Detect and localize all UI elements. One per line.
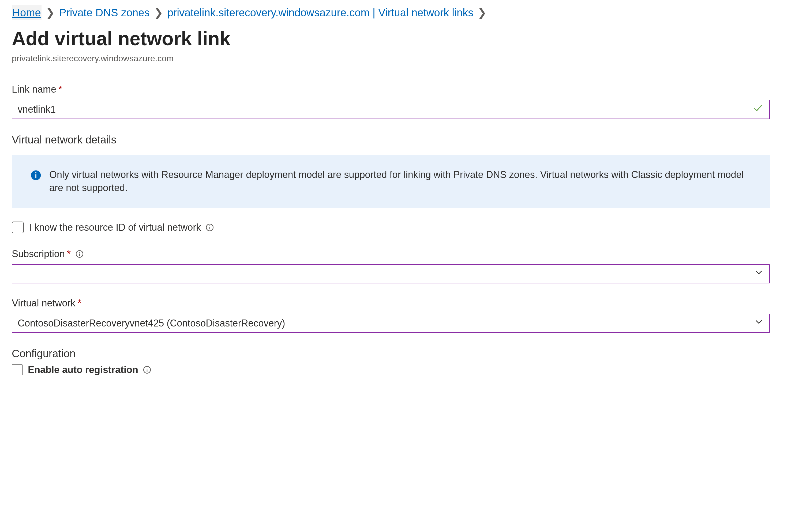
chevron-right-icon: ❯ [477, 5, 487, 20]
know-resource-id-checkbox[interactable] [12, 222, 23, 233]
info-banner-text: Only virtual networks with Resource Mana… [49, 168, 759, 194]
virtual-network-select[interactable] [12, 314, 770, 333]
link-name-input[interactable] [12, 100, 770, 119]
svg-point-11 [147, 368, 148, 369]
breadcrumb-link-zone-vnet-links[interactable]: privatelink.siterecovery.windowsazure.co… [167, 5, 474, 20]
enable-auto-registration-row: Enable auto registration [12, 363, 783, 377]
breadcrumb: Home ❯ Private DNS zones ❯ privatelink.s… [12, 5, 783, 20]
know-resource-id-label: I know the resource ID of virtual networ… [29, 221, 201, 234]
info-outline-icon[interactable] [205, 223, 214, 232]
know-resource-id-row: I know the resource ID of virtual networ… [12, 221, 783, 234]
virtual-network-details-heading: Virtual network details [12, 132, 783, 147]
subscription-select[interactable] [12, 264, 770, 283]
svg-point-8 [79, 252, 80, 253]
virtual-network-label: Virtual network* [12, 297, 783, 310]
page-subtitle: privatelink.siterecovery.windowsazure.co… [12, 53, 783, 64]
page-title: Add virtual network link [12, 26, 783, 52]
breadcrumb-link-private-dns-zones[interactable]: Private DNS zones [59, 5, 150, 20]
configuration-heading: Configuration [12, 346, 783, 361]
required-star-icon: * [67, 248, 71, 261]
info-circle-icon [30, 169, 42, 184]
chevron-right-icon: ❯ [154, 5, 163, 20]
link-name-label: Link name* [12, 83, 783, 96]
info-outline-icon[interactable] [75, 249, 84, 259]
breadcrumb-link-home[interactable]: Home [12, 5, 41, 20]
required-star-icon: * [77, 297, 81, 310]
subscription-label: Subscription* [12, 248, 783, 261]
required-star-icon: * [58, 83, 62, 96]
svg-rect-2 [35, 172, 36, 173]
check-icon [753, 102, 763, 116]
info-outline-icon[interactable] [143, 365, 151, 374]
svg-point-5 [210, 226, 210, 226]
enable-auto-registration-label: Enable auto registration [28, 363, 138, 377]
enable-auto-registration-checkbox[interactable] [12, 364, 22, 375]
svg-rect-1 [35, 174, 36, 178]
chevron-right-icon: ❯ [46, 5, 55, 20]
info-banner: Only virtual networks with Resource Mana… [12, 155, 770, 208]
